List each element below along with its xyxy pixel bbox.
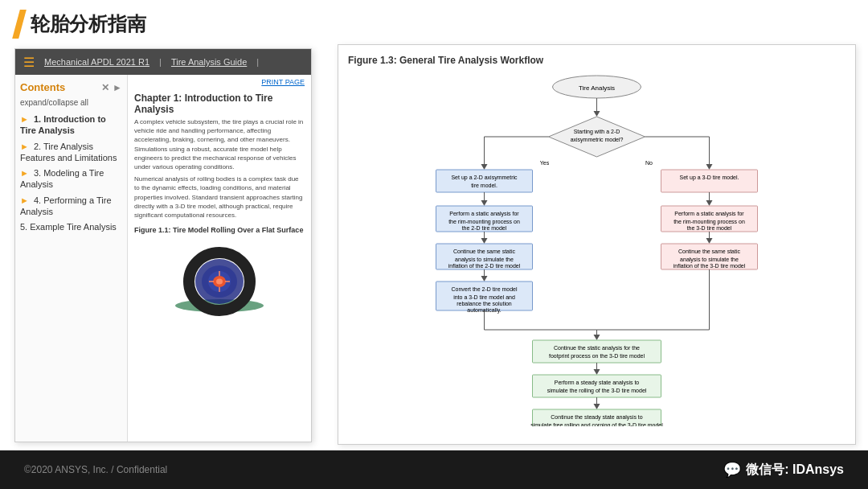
svg-text:Set up a 3-D tire model.: Set up a 3-D tire model. <box>680 175 739 181</box>
toc-item-4-label: 4. Performing a Tire Analysis <box>20 195 112 216</box>
svg-text:the rim-mounting process on: the rim-mounting process on <box>448 219 520 225</box>
page-title: 轮胎分析指南 <box>31 11 146 37</box>
sidebar-title-text: Contents <box>20 81 65 93</box>
bottom-bar: ©2020 ANSYS, Inc. / Confidential 💬 微信号: … <box>0 450 868 489</box>
wechat-icon: 💬 <box>723 461 741 479</box>
svg-marker-36 <box>481 238 488 244</box>
svg-text:into a 3-D tire model and: into a 3-D tire model and <box>453 294 515 300</box>
svg-marker-25 <box>706 164 713 170</box>
title-area: 轮胎分析指南 <box>16 10 146 39</box>
sidebar-controls: ✕ ► <box>101 82 122 93</box>
flowchart-title: Figure 1.3: General Tire Analysis Workfl… <box>348 55 845 66</box>
nav-separator2: | <box>256 57 259 67</box>
sidebar-item-5[interactable]: 5. Example Tire Analysis <box>20 221 122 232</box>
svg-text:axisymmetric model?: axisymmetric model? <box>571 137 624 143</box>
svg-marker-72 <box>594 369 600 375</box>
svg-marker-14 <box>594 111 600 117</box>
svg-marker-30 <box>481 200 488 206</box>
expand-collapse-text[interactable]: expand/collapse all <box>20 98 122 107</box>
svg-text:simulate the rolling of the 3-: simulate the rolling of the 3-D tire mod… <box>547 388 647 394</box>
svg-text:simulate free rolling and corn: simulate free rolling and corning of the… <box>530 422 663 426</box>
svg-rect-68 <box>533 340 661 363</box>
expand-icon[interactable]: ► <box>113 82 122 93</box>
svg-rect-73 <box>533 375 661 397</box>
svg-marker-22 <box>481 164 488 170</box>
toc-item-3-label: 3. Modeling a Tire Analysis <box>20 168 104 189</box>
svg-text:Continue the same static: Continue the same static <box>453 249 516 254</box>
title-slash-decoration <box>12 10 27 39</box>
svg-point-6 <box>216 279 223 285</box>
svg-text:inflation of the 3-D tire mode: inflation of the 3-D tire model <box>674 263 746 269</box>
svg-text:tire model.: tire model. <box>471 183 497 188</box>
sidebar-item-2[interactable]: ► 2. Tire Analysis Features and Limitati… <box>20 141 122 164</box>
figure-1-1-title: Figure 1.1: Tire Model Rolling Over a Fl… <box>128 223 311 236</box>
svg-text:Tire Analysis: Tire Analysis <box>579 84 615 92</box>
svg-text:Yes: Yes <box>540 160 550 166</box>
svg-text:analysis to simulate the: analysis to simulate the <box>455 257 514 263</box>
toc-item-5-label: 5. Example Tire Analysis <box>20 222 117 232</box>
nav-product-link[interactable]: Mechanical APDL 2021 R1 <box>44 57 149 67</box>
chapter-title: Chapter 1: Introduction to Tire Analysis <box>128 89 311 117</box>
svg-text:Perform a static analysis for: Perform a static analysis for <box>449 211 519 217</box>
svg-rect-48 <box>661 170 758 192</box>
svg-text:Set up a 2-D axisymmetric: Set up a 2-D axisymmetric <box>451 175 518 181</box>
svg-text:the 3-D tire model: the 3-D tire model <box>687 225 732 231</box>
tire-illustration-svg <box>167 240 272 316</box>
svg-text:Continue the same static: Continue the same static <box>678 249 741 254</box>
svg-text:Convert the 2-D tire model: Convert the 2-D tire model <box>451 286 518 292</box>
toc-arrow-4: ► <box>20 195 29 205</box>
sidebar-item-1[interactable]: ► 1. Introduction to Tire Analysis <box>20 113 122 137</box>
svg-marker-67 <box>594 335 600 340</box>
svg-marker-51 <box>706 200 713 206</box>
sidebar-item-4[interactable]: ► 4. Performing a Tire Analysis <box>20 195 122 218</box>
svg-text:inflation of the 2-D tire mode: inflation of the 2-D tire model <box>448 263 521 269</box>
svg-text:Continue the steady state anal: Continue the steady state analysis to <box>551 414 643 421</box>
svg-marker-42 <box>481 276 488 281</box>
toc-arrow-3: ► <box>20 168 29 178</box>
nav-separator: | <box>159 57 162 67</box>
svg-marker-77 <box>594 404 600 409</box>
svg-rect-26 <box>436 170 533 192</box>
svg-text:analysis to simulate the: analysis to simulate the <box>680 257 739 263</box>
toc-item-1-label: 1. Introduction to Tire Analysis <box>20 114 106 135</box>
copyright-text: ©2020 ANSYS, Inc. / Confidential <box>24 464 167 475</box>
toc-item-2-label: 2. Tire Analysis Features and Limitation… <box>20 142 117 162</box>
nav-guide-link[interactable]: Tire Analysis Guide <box>171 57 247 67</box>
close-icon[interactable]: ✕ <box>101 82 109 93</box>
left-panel: ☰ Mechanical APDL 2021 R1 | Tire Analysi… <box>14 48 312 442</box>
sidebar: Contents ✕ ► expand/collapse all ► 1. In… <box>15 75 128 442</box>
wechat-label: 微信号: IDAnsys <box>746 462 844 479</box>
nav-bar: ☰ Mechanical APDL 2021 R1 | Tire Analysi… <box>15 49 311 75</box>
svg-text:Perform a static analysis for: Perform a static analysis for <box>674 211 744 217</box>
toc-arrow-2: ► <box>20 142 29 151</box>
main-content-area: PRINT PAGE Chapter 1: Introduction to Ti… <box>128 75 311 442</box>
flowchart-diagram: Tire Analysis Starting with a 2-D axisym… <box>348 72 845 434</box>
tire-figure <box>128 236 311 319</box>
svg-text:footprint process on the 3-D t: footprint process on the 3-D tire model <box>549 353 645 360</box>
wechat-logo: 💬 微信号: IDAnsys <box>723 461 844 479</box>
svg-text:Continue the static analysis f: Continue the static analysis for the <box>554 345 640 351</box>
hamburger-icon[interactable]: ☰ <box>23 55 35 70</box>
sidebar-item-3[interactable]: ► 3. Modeling a Tire Analysis <box>20 167 122 191</box>
svg-text:No: No <box>645 160 653 166</box>
toc-arrow-1: ► <box>20 114 29 124</box>
svg-text:the rim-mounting process on: the rim-mounting process on <box>674 219 745 225</box>
svg-text:the 2-D tire model: the 2-D tire model <box>462 225 507 231</box>
sidebar-title: Contents ✕ ► <box>20 81 122 93</box>
chapter-paragraph-2: Numerical analysis of rolling bodies is … <box>128 175 311 220</box>
svg-marker-57 <box>706 238 713 244</box>
chapter-paragraph-1: A complex vehicle subsystem, the tire pl… <box>128 117 311 171</box>
svg-text:Starting with a 2-D: Starting with a 2-D <box>574 129 620 135</box>
flowchart-svg: Tire Analysis Starting with a 2-D axisym… <box>348 72 845 426</box>
svg-text:rebalance the solution: rebalance the solution <box>457 301 512 306</box>
svg-text:Perform a steady state analysi: Perform a steady state analysis to <box>555 380 640 386</box>
print-link[interactable]: PRINT PAGE <box>128 75 311 89</box>
right-panel: Figure 1.3: General Tire Analysis Workfl… <box>338 44 856 445</box>
